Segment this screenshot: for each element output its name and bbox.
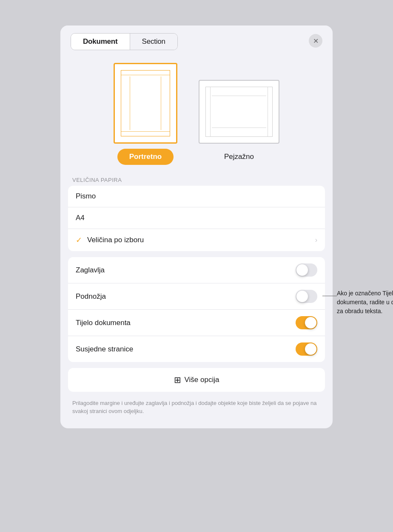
portrait-preview [114, 63, 177, 144]
close-button[interactable]: ✕ [309, 34, 322, 48]
callout-text: Ako je označeno Tijelo dokumenta, radite… [337, 289, 393, 316]
close-icon: ✕ [313, 37, 319, 45]
document-panel: Dokument Section ✕ Portretno [60, 25, 333, 428]
tabs-group: Dokument Section [71, 33, 178, 50]
a4-label: A4 [76, 214, 85, 222]
landscape-option[interactable]: Pejzažno [199, 80, 279, 165]
toggle-knob [305, 317, 316, 328]
more-options-button[interactable]: ⊞ Više opcija [68, 368, 325, 392]
horiz-line-top [212, 96, 266, 96]
toggle-knob [305, 343, 316, 355]
chevron-right-icon: › [315, 236, 317, 244]
zaglavlja-toggle[interactable] [296, 263, 317, 277]
checkmark-icon: ✓ [76, 235, 82, 245]
tab-dokument[interactable]: Dokument [71, 34, 130, 50]
callout-line [322, 296, 337, 296]
footer-description: Prilagodite margine i uređujte zaglavlja… [60, 398, 333, 420]
paper-size-list: Pismo A4 ✓ Veličina po izboru › [68, 186, 325, 251]
toggle-item-susjedne: Susjedne stranice [68, 336, 325, 362]
tijelo-toggle[interactable] [296, 316, 317, 329]
landscape-button[interactable]: Pejzažno [212, 149, 266, 165]
podnozja-label: Podnožja [76, 292, 106, 301]
pismo-label: Pismo [76, 192, 96, 201]
paper-size-pismo[interactable]: Pismo [68, 186, 325, 207]
susjedne-toggle[interactable] [296, 342, 317, 356]
orientation-section: Portretno Pejzažno [60, 56, 333, 169]
susjedne-label: Susjedne stranice [76, 345, 133, 354]
landscape-preview [199, 80, 279, 144]
toggle-knob [296, 264, 308, 276]
toggles-group: Zaglavlja Podnožja Tijelo dokumenta [68, 257, 325, 362]
toggle-item-zaglavlja: Zaglavlja [68, 257, 325, 283]
paper-size-a4[interactable]: A4 [68, 207, 325, 229]
toggle-knob [296, 291, 308, 302]
landscape-inner-lines [205, 87, 273, 137]
options-icon: ⊞ [174, 375, 181, 385]
vert-line-right [161, 76, 161, 130]
zaglavlja-label: Zaglavlja [76, 266, 105, 274]
paper-size-custom[interactable]: ✓ Veličina po izboru › [68, 229, 325, 251]
more-options-label: Više opcija [185, 376, 219, 384]
vert-line-left [130, 76, 130, 130]
toggle-item-tijelo: Tijelo dokumenta [68, 310, 325, 336]
orientation-previews: Portretno Pejzažno [114, 63, 279, 165]
callout-annotation: Ako je označeno Tijelo dokumenta, radite… [337, 289, 393, 316]
portrait-option[interactable]: Portretno [114, 63, 177, 165]
portrait-inner-lines [121, 70, 170, 136]
tijelo-label: Tijelo dokumenta [76, 319, 131, 327]
tabs-bar: Dokument Section ✕ [60, 25, 333, 56]
podnozja-toggle[interactable] [296, 290, 317, 303]
paper-size-label: VELIČINA PAPIRA [60, 169, 333, 186]
custom-size-label: Veličina po izboru [87, 236, 144, 244]
tab-section[interactable]: Section [130, 34, 177, 50]
toggle-item-podnozja: Podnožja [68, 283, 325, 310]
horiz-line-bottom [212, 127, 266, 128]
portrait-button[interactable]: Portretno [117, 149, 174, 165]
